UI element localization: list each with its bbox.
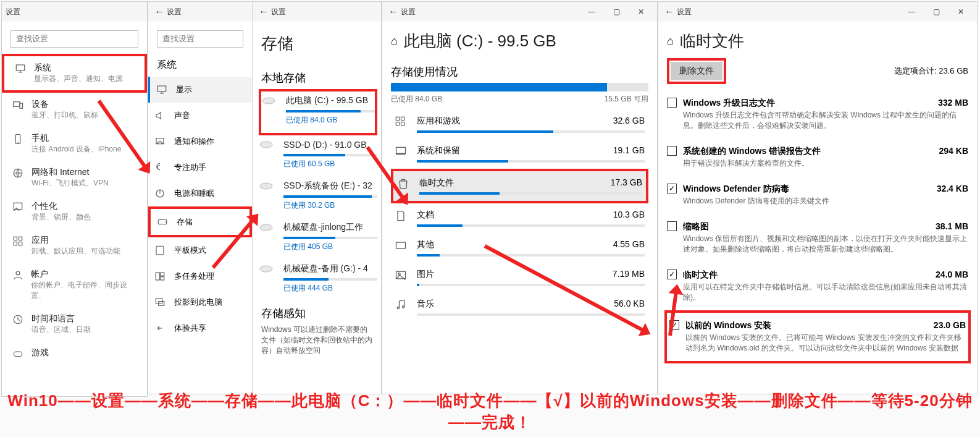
category-music[interactable]: 音乐 56.0 KB — [391, 292, 648, 322]
minimize-button[interactable]: — — [579, 2, 604, 22]
checkbox[interactable]: ✓ — [667, 269, 677, 279]
drive-item[interactable]: 此电脑 (C:) - 99.5 GB 已使用 84.0 GB — [259, 89, 377, 135]
checkbox[interactable]: ✓ — [667, 184, 677, 193]
sidebar-item-devices[interactable]: 设备 蓝牙、打印机、鼠标 — [2, 93, 147, 127]
multi-icon — [154, 271, 165, 282]
svg-rect-30 — [396, 117, 399, 120]
item-label: 投影到此电脑 — [174, 297, 222, 308]
sidebar-item-monitor[interactable]: 系统 显示器、声音、通知、电源 — [2, 54, 147, 93]
back-button[interactable]: ← — [152, 6, 167, 17]
home-icon[interactable]: ⌂ — [667, 35, 674, 48]
category-size: 10.3 GB — [613, 210, 645, 221]
item-subtitle: 连接 Android 设备、iPhone — [31, 144, 121, 155]
drive-item[interactable]: 机械硬盘-jinlong工作 已使用 405 GB — [259, 218, 377, 260]
search-input[interactable]: 查找设置 — [157, 30, 243, 48]
svg-point-26 — [260, 142, 272, 148]
drive-item[interactable]: SSD-D (D:) - 91.0 GB 已使用 60.5 GB — [259, 135, 377, 177]
window-title: 设置 — [677, 7, 692, 17]
drive-item[interactable]: SSD-系统备份 (E:) - 32 已使用 30.2 GB — [259, 177, 377, 218]
maximize-button[interactable]: ▢ — [604, 2, 629, 22]
minimize-button[interactable]: — — [899, 2, 924, 22]
window-title: 设置 — [271, 7, 286, 17]
sidebar-item-time[interactable]: 时间和语言 语音、区域、日期 — [2, 307, 147, 341]
item-title: 缩略图 — [683, 221, 709, 232]
system-item-focus[interactable]: 专注助手 — [148, 155, 252, 180]
drive-item[interactable]: 机械硬盘-备用 (G:) - 4 已使用 444 GB — [259, 260, 377, 301]
system-item-multi[interactable]: 多任务处理 — [148, 263, 252, 289]
system-item-power[interactable]: 电源和睡眠 — [148, 180, 252, 206]
item-desc: 以前的 Windows 安装的文件。已将可能与 Windows 安装发生冲突的文… — [685, 333, 966, 354]
sidebar-item-apps[interactable]: 应用 卸载、默认应用、可选功能 — [2, 229, 147, 263]
category-size: 19.1 GB — [613, 145, 645, 156]
item-label: 平板模式 — [174, 245, 206, 256]
sidebar-item-account[interactable]: 帐户 你的帐户、电子邮件、同步设置、 — [2, 263, 147, 307]
temp-item: 缩略图 38.1 MB Windows 保留所有图片、视频和文档缩略图的副本，以… — [664, 214, 971, 262]
item-label: 电源和睡眠 — [174, 188, 214, 199]
category-image[interactable]: 图片 7.19 MB — [391, 263, 648, 292]
system-item-project[interactable]: 投影到此电脑 — [148, 289, 252, 315]
checkbox[interactable] — [667, 98, 677, 108]
sidebar-item-globe[interactable]: 网络和 Internet Wi-Fi、飞行模式、VPN — [2, 161, 147, 195]
item-title: 临时文件 — [683, 269, 718, 281]
svg-point-29 — [260, 266, 272, 272]
system-item-storage[interactable]: 存储 — [148, 206, 252, 237]
system-item-share[interactable]: 体验共享 — [148, 315, 252, 341]
titlebar: ← 设置 — ▢ ✕ — [382, 2, 657, 22]
back-button[interactable]: ← — [662, 6, 677, 17]
usage-bar — [391, 83, 648, 91]
system-icon — [395, 145, 408, 158]
monitor-icon — [14, 62, 27, 75]
page-title: 存储 — [253, 22, 381, 66]
back-button[interactable]: ← — [256, 6, 271, 17]
drive-bar — [283, 195, 377, 198]
item-desc: 用于错误报告和解决方案检查的文件。 — [683, 158, 968, 169]
maximize-button[interactable]: ▢ — [924, 2, 949, 22]
system-item-monitor[interactable]: 显示 — [148, 77, 252, 103]
item-label: 显示 — [176, 84, 192, 95]
category-bar — [417, 130, 645, 133]
section-title: 系统 — [148, 54, 252, 77]
item-subtitle: 背景、锁屏、颜色 — [31, 212, 91, 223]
search-input[interactable]: 查找设置 — [10, 30, 138, 48]
power-icon — [154, 188, 165, 199]
category-trash[interactable]: 临时文件 17.3 GB — [391, 169, 648, 203]
window-title: 设置 — [401, 7, 416, 17]
category-other[interactable]: 其他 4.55 GB — [391, 233, 648, 263]
svg-rect-13 — [14, 352, 22, 357]
item-desc: Windows 保留所有图片、视频和文档缩略图的副本，以便在打开文件夹时能快速显… — [683, 234, 968, 255]
sidebar-item-palette[interactable]: 个性化 背景、锁屏、颜色 — [2, 195, 147, 229]
category-size: 32.6 GB — [613, 116, 645, 127]
home-icon[interactable]: ⌂ — [391, 35, 398, 48]
used-label: 已使用 84.0 GB — [391, 94, 442, 104]
checkbox[interactable] — [667, 146, 677, 156]
item-title: 游戏 — [31, 347, 49, 359]
subsection-title: 本地存储 — [253, 66, 381, 89]
delete-files-button[interactable]: 删除文件 — [671, 62, 722, 80]
temp-item: Windows 升级日志文件 332 MB Windows 升级日志文件包含可帮… — [664, 90, 971, 138]
back-button[interactable]: ← — [386, 6, 401, 17]
sidebar-item-phone[interactable]: 手机 连接 Android 设备、iPhone — [2, 127, 147, 161]
close-button[interactable]: ✕ — [949, 2, 973, 22]
system-item-notify[interactable]: 通知和操作 — [148, 129, 252, 155]
instruction-footer: Win10——设置——系统——存储——此电脑（C：）——临时文件——【√】以前的… — [0, 390, 980, 433]
close-button[interactable]: ✕ — [629, 2, 653, 22]
drive-icon — [259, 180, 276, 192]
item-title: Windows 升级日志文件 — [683, 98, 775, 109]
category-docs[interactable]: 文档 10.3 GB — [391, 203, 648, 233]
sidebar-item-game[interactable]: 游戏 — [2, 341, 147, 366]
page-title: 临时文件 — [680, 30, 744, 52]
svg-rect-22 — [161, 277, 164, 280]
drive-icon — [259, 263, 276, 274]
category-size: 56.0 KB — [614, 299, 645, 310]
category-system[interactable]: 系统和保留 19.1 GB — [391, 139, 648, 169]
system-item-sound[interactable]: 声音 — [148, 103, 252, 129]
checkbox[interactable] — [667, 221, 677, 231]
drive-name: SSD-D (D:) - 91.0 GB — [283, 140, 367, 150]
svg-rect-35 — [396, 242, 406, 248]
svg-rect-34 — [396, 147, 406, 153]
svg-rect-2 — [20, 103, 23, 108]
focus-icon — [154, 162, 165, 173]
category-apps[interactable]: 应用和游戏 32.6 GB — [391, 109, 648, 139]
item-title: 时间和语言 — [31, 313, 91, 325]
category-bar — [417, 284, 645, 286]
